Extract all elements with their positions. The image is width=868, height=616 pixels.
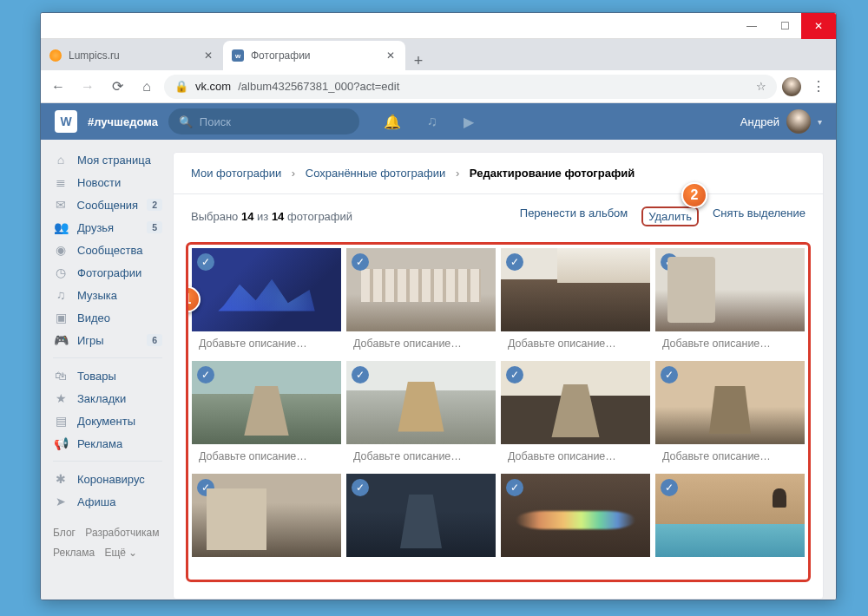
vk-logo[interactable]: W xyxy=(55,110,77,133)
sidebar-item[interactable]: 👥Друзья5 xyxy=(53,216,173,239)
sidebar-badge: 6 xyxy=(147,334,162,346)
notifications-icon[interactable]: 🔔 xyxy=(384,114,401,130)
url-host: vk.com xyxy=(195,80,231,93)
photo-thumbnail[interactable]: ✓ xyxy=(346,248,496,331)
sidebar-icon: 🎮 xyxy=(53,333,69,347)
photo-grid: ✓Добавьте описание…✓Добавьте описание…✓Д… xyxy=(192,248,805,557)
photo-selected-check-icon[interactable]: ✓ xyxy=(661,366,678,383)
move-to-album-link[interactable]: Перенести в альбом xyxy=(520,206,628,226)
sidebar-item[interactable]: ◉Сообщества xyxy=(53,239,173,261)
sidebar-item[interactable]: ≣Новости xyxy=(53,171,173,193)
sidebar-item[interactable]: ♫Музыка xyxy=(53,284,173,306)
video-play-icon[interactable]: ▶ xyxy=(464,114,474,130)
sidebar-icon: ➤ xyxy=(53,495,69,508)
photo-description-input[interactable]: Добавьте описание… xyxy=(346,331,496,356)
photo-thumbnail[interactable]: ✓ xyxy=(655,248,805,331)
photo-selected-check-icon[interactable]: ✓ xyxy=(197,366,214,383)
nav-forward-button[interactable]: → xyxy=(76,75,100,99)
photo-selected-check-icon[interactable]: ✓ xyxy=(352,253,369,271)
profile-avatar[interactable] xyxy=(782,77,801,96)
photo-selected-check-icon[interactable]: ✓ xyxy=(352,479,369,496)
tab-close-button[interactable]: ✕ xyxy=(384,49,397,62)
photo-thumbnail[interactable]: ✓ xyxy=(192,474,341,557)
browser-menu-button[interactable]: ⋮ xyxy=(806,75,831,99)
sidebar-item[interactable]: ✉Сообщения2 xyxy=(53,193,173,216)
sidebar-item[interactable]: ◷Фотографии xyxy=(53,261,173,284)
photo-thumbnail[interactable]: ✓ xyxy=(501,248,650,331)
sidebar-item[interactable]: ▣Видео xyxy=(53,306,173,329)
nav-home-button[interactable]: ⌂ xyxy=(135,75,159,99)
breadcrumb-link[interactable]: Мои фотографии xyxy=(191,167,281,180)
vk-user-menu[interactable]: Андрей ▾ xyxy=(740,109,822,134)
photo-thumbnail[interactable]: ✓ xyxy=(346,361,496,444)
sidebar-item-label: Музыка xyxy=(77,289,117,302)
vk-hashtag[interactable]: #лучшедома xyxy=(88,115,158,128)
sidebar-icon: ✱ xyxy=(53,472,69,486)
tab-lumpics[interactable]: Lumpics.ru ✕ xyxy=(41,41,223,70)
sidebar-item-label: Сообщения xyxy=(77,199,139,212)
vk-header: W #лучшедома 🔍 Поиск 🔔 ♫ ▶ Андрей ▾ xyxy=(41,103,836,140)
photo-description-input[interactable]: Добавьте описание… xyxy=(192,331,341,356)
sidebar-item-label: Игры xyxy=(77,334,104,347)
photo-thumbnail[interactable]: ✓ xyxy=(192,248,341,331)
photo-cell: ✓Добавьте описание… xyxy=(501,248,650,356)
vk-body: ⌂Моя страница≣Новости✉Сообщения2👥Друзья5… xyxy=(41,140,836,600)
new-tab-button[interactable]: + xyxy=(405,52,431,70)
tab-close-button[interactable]: ✕ xyxy=(201,49,214,62)
photo-thumbnail[interactable]: ✓ xyxy=(501,361,650,444)
url-field[interactable]: 🔒 vk.com/album432567381_000?act=edit ☆ xyxy=(164,75,777,99)
sidebar-item[interactable]: ⌂Моя страница xyxy=(53,148,173,171)
breadcrumb-link[interactable]: Сохранённые фотографии xyxy=(306,167,445,180)
sidebar-item[interactable]: ✱Коронавирус xyxy=(53,468,173,490)
photo-thumbnail[interactable]: ✓ xyxy=(346,474,496,557)
vk-search-input[interactable]: 🔍 Поиск xyxy=(168,108,359,134)
photo-description-input[interactable]: Добавьте описание… xyxy=(501,444,650,469)
sidebar-item[interactable]: ★Закладки xyxy=(53,387,173,410)
photo-thumbnail[interactable]: ✓ xyxy=(655,474,805,557)
photo-selected-check-icon[interactable]: ✓ xyxy=(352,366,369,383)
sidebar-item[interactable]: ▤Документы xyxy=(53,410,173,432)
sidebar-item-label: Сообщества xyxy=(77,244,143,257)
selection-count-text: Выбрано 14 из 14 фотографий xyxy=(191,210,352,223)
window-minimize-button[interactable]: — xyxy=(735,13,768,39)
delete-link[interactable]: Удалить xyxy=(648,210,692,223)
photo-description-input[interactable]: Добавьте описание… xyxy=(346,444,496,469)
photo-description-input[interactable]: Добавьте описание… xyxy=(655,444,805,469)
delete-link-highlight: Удалить 2 xyxy=(641,206,699,226)
sidebar-item[interactable]: ➤Афиша xyxy=(53,490,173,513)
photo-selected-check-icon[interactable]: ✓ xyxy=(506,253,523,271)
footer-link[interactable]: Разработчикам xyxy=(85,527,159,539)
photo-description-input[interactable]: Добавьте описание… xyxy=(501,331,650,356)
photo-thumbnail[interactable]: ✓ xyxy=(192,361,341,444)
footer-link[interactable]: Блог xyxy=(53,527,76,539)
photo-cell: ✓ xyxy=(192,474,341,557)
window-close-button[interactable]: ✕ xyxy=(801,13,836,39)
photo-thumbnail[interactable]: ✓ xyxy=(501,474,650,557)
photo-thumbnail[interactable]: ✓ xyxy=(655,361,805,444)
music-icon[interactable]: ♫ xyxy=(427,114,437,130)
tab-title: Lumpics.ru xyxy=(69,49,120,62)
window-titlebar: — ☐ ✕ xyxy=(41,13,836,39)
nav-back-button[interactable]: ← xyxy=(46,75,70,99)
sidebar-divider xyxy=(53,461,162,462)
nav-reload-button[interactable]: ⟳ xyxy=(105,75,129,99)
photo-selected-check-icon[interactable]: ✓ xyxy=(661,253,678,271)
bookmark-star-icon[interactable]: ☆ xyxy=(756,80,766,93)
sidebar-item[interactable]: 🎮Игры6 xyxy=(53,329,173,351)
footer-link[interactable]: Ещё ⌄ xyxy=(104,547,137,559)
tab-photos[interactable]: w Фотографии ✕ xyxy=(223,41,405,70)
footer-link[interactable]: Реклама xyxy=(53,547,95,559)
photo-selected-check-icon[interactable]: ✓ xyxy=(506,366,523,383)
sidebar-item[interactable]: 📢Реклама xyxy=(53,432,173,455)
photo-description-input[interactable]: Добавьте описание… xyxy=(192,444,341,469)
photo-selected-check-icon[interactable]: ✓ xyxy=(197,479,214,496)
deselect-link[interactable]: Снять выделение xyxy=(713,206,806,226)
sidebar-item[interactable]: 🛍Товары xyxy=(53,364,173,387)
main-panel: Мои фотографии › Сохранённые фотографии … xyxy=(173,152,824,600)
photo-selected-check-icon[interactable]: ✓ xyxy=(506,479,523,496)
vk-user-name: Андрей xyxy=(740,115,779,128)
photo-selected-check-icon[interactable]: ✓ xyxy=(197,253,214,271)
window-maximize-button[interactable]: ☐ xyxy=(768,13,801,39)
photo-selected-check-icon[interactable]: ✓ xyxy=(661,479,678,496)
photo-description-input[interactable]: Добавьте описание… xyxy=(655,331,805,356)
